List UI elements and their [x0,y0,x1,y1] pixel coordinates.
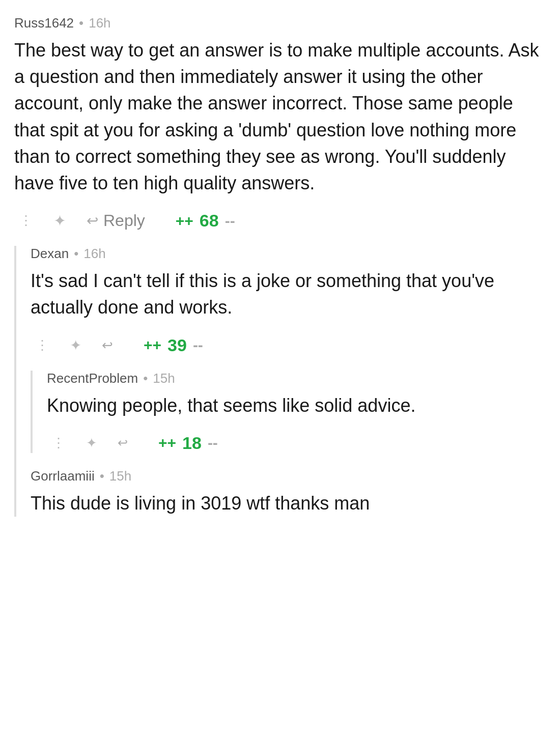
nested-reply-recentproblem: RecentProblem • 15h Knowing people, that… [31,371,546,453]
reply-g-timestamp: 15h [109,468,131,484]
reply-arrow-icon: ↩ [87,212,98,229]
reply-dexan-reply-arrow: ↩ [102,337,113,353]
reply-gorrlaamiii: Gorrlaamiii • 15h This dude is living in… [31,468,546,517]
comment-username[interactable]: Russ1642 [14,15,74,31]
reply-g-username[interactable]: Gorrlaamiii [31,468,95,484]
more-options-icon[interactable]: ⋮ [19,213,33,229]
reply-dexan-dot: • [74,246,78,262]
reply-dexan: Dexan • 16h It's sad I can't tell if thi… [31,246,546,453]
reply-rp-body: Knowing people, that seems like solid ad… [47,392,546,419]
meta-dot: • [79,15,83,31]
reply-dexan-meta: Dexan • 16h [31,246,546,262]
replies-section: Dexan • 16h It's sad I can't tell if thi… [14,246,546,517]
reply-dexan-upvote[interactable]: ++ [144,336,161,354]
vote-count: 68 [200,211,219,231]
reply-g-meta: Gorrlaamiii • 15h [31,468,546,484]
comment-body: The best way to get an answer is to make… [14,37,546,196]
reply-rp-vote: ++ 18 -- [158,433,218,453]
reply-dexan-vote-count: 39 [167,335,187,355]
reply-rp-action-bar: ⋮ ✦ ↩ ++ 18 -- [47,433,546,453]
reply-button[interactable]: ↩ Reply [87,211,145,230]
reply-g-dot: • [100,468,104,484]
reply-rp-username[interactable]: RecentProblem [47,371,138,386]
action-bar: ⋮ ✦ ↩ Reply ++ 68 -- [14,211,546,231]
reply-rp-dot: • [143,371,148,386]
main-comment: Russ1642 • 16h The best way to get an an… [14,15,546,517]
reply-dexan-action-bar: ⋮ ✦ ↩ ++ 39 -- [31,335,546,355]
reply-rp-timestamp: 15h [153,371,175,386]
comment-meta: Russ1642 • 16h [14,15,546,31]
reply-dexan-username[interactable]: Dexan [31,246,69,262]
reply-dexan-more-icon[interactable]: ⋮ [36,337,49,353]
reply-rp-reply-button[interactable]: ↩ [118,436,128,450]
reply-rp-vote-count: 18 [182,433,202,453]
downvote-button[interactable]: -- [225,212,235,230]
reply-dexan-vote: ++ 39 -- [144,335,203,355]
reply-g-body: This dude is living in 3019 wtf thanks m… [31,490,546,517]
reply-dexan-downvote[interactable]: -- [193,336,203,354]
reply-recentproblem: RecentProblem • 15h Knowing people, that… [47,371,546,453]
reply-dexan-timestamp: 16h [83,246,105,262]
reply-rp-star-icon[interactable]: ✦ [86,435,97,451]
comment-timestamp: 16h [89,15,110,31]
reply-rp-meta: RecentProblem • 15h [47,371,546,386]
upvote-button[interactable]: ++ [176,212,193,230]
reply-dexan-reply-button[interactable]: ↩ [102,337,113,353]
reply-rp-upvote[interactable]: ++ [158,434,176,452]
reply-dexan-star-icon[interactable]: ✦ [70,337,81,354]
star-icon[interactable]: ✦ [53,212,66,230]
reply-label: Reply [103,211,145,230]
reply-rp-downvote[interactable]: -- [208,434,218,452]
reply-rp-more-icon[interactable]: ⋮ [52,435,66,451]
reply-dexan-body: It's sad I can't tell if this is a joke … [31,268,546,321]
vote-section: ++ 68 -- [176,211,235,231]
reply-rp-reply-arrow: ↩ [118,436,128,450]
